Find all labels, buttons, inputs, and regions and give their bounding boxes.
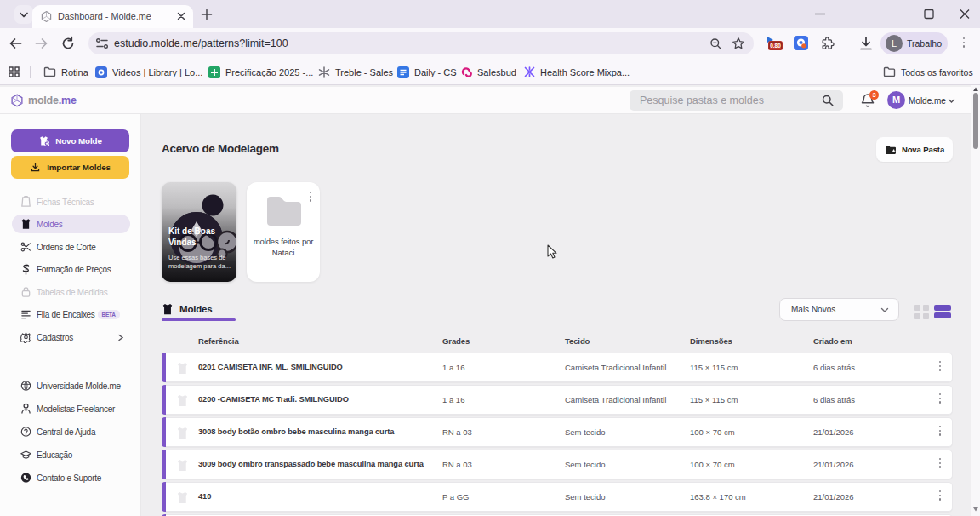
svg-text:0.80: 0.80 [770, 43, 781, 49]
